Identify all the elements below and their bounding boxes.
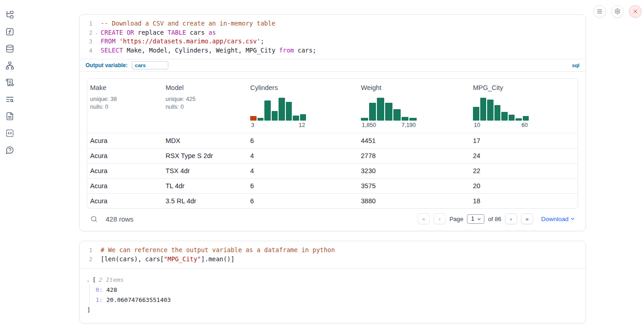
first-page-button[interactable]: « xyxy=(418,213,430,224)
histogram-bar[interactable] xyxy=(264,100,271,121)
table-cell: 3230 xyxy=(358,167,470,174)
output-variable-label: Output variable: xyxy=(86,62,128,69)
collapse-caret-icon[interactable]: ⌄ xyxy=(87,275,92,285)
column-header-mpg_city[interactable]: MPG_City1060 xyxy=(470,79,578,133)
table-cell: 4 xyxy=(247,167,358,174)
network-icon xyxy=(5,61,14,70)
column-histogram: 1060 xyxy=(473,98,529,128)
table-row[interactable]: AcuraMDX6445117 xyxy=(87,133,578,148)
download-button[interactable]: Download xyxy=(541,216,575,222)
column-header-cylinders[interactable]: Cylinders312 xyxy=(247,79,358,133)
close-bracket: ] xyxy=(87,306,578,315)
fold-indicator-icon[interactable]: ⌄ xyxy=(92,28,101,37)
code-token: OR xyxy=(127,29,134,36)
sidebar-button-documentation[interactable] xyxy=(5,78,15,87)
histogram-bar[interactable] xyxy=(494,105,501,121)
histogram-bar[interactable] xyxy=(473,107,479,121)
chevron-down-icon xyxy=(570,217,575,221)
line-number: 3 xyxy=(82,37,92,46)
code-token: cars; xyxy=(294,47,317,54)
sidebar-button-dependency-graph[interactable] xyxy=(5,61,15,70)
column-header-make[interactable]: Makeunique: 38nulls: 0 xyxy=(87,79,163,133)
sql-code-editor[interactable]: 1-- Download a CSV and create an in-memo… xyxy=(80,15,585,59)
sidebar-button-datasources[interactable] xyxy=(5,44,15,53)
histogram-bar[interactable] xyxy=(487,100,494,121)
page-label: Page xyxy=(450,216,463,222)
help-bubble-icon xyxy=(5,146,14,154)
table-row[interactable]: AcuraTSX 4dr4323022 xyxy=(87,163,578,178)
axis-label: 1,850 xyxy=(362,122,376,128)
column-title: Model xyxy=(166,84,245,91)
search-icon[interactable] xyxy=(90,215,98,223)
histogram-bar[interactable] xyxy=(515,118,522,121)
code-token: FROM xyxy=(101,37,116,45)
sidebar-button-logs[interactable] xyxy=(5,95,15,104)
code-token: CREATE xyxy=(101,29,123,36)
histogram-bar[interactable] xyxy=(393,109,401,121)
column-stats: unique: 425nulls: 0 xyxy=(166,95,245,111)
table-row[interactable]: AcuraRSX Type S 2dr4277824 xyxy=(87,148,578,163)
python-code-editor[interactable]: 1# We can reference the output variable … xyxy=(80,241,585,268)
code-line: 2[len(cars), cars["MPG_City"].mean()] xyxy=(80,255,585,264)
table-row[interactable]: Acura3.5 RL 4dr6388018 xyxy=(87,193,578,208)
prev-page-button[interactable]: ‹ xyxy=(434,213,446,224)
notebook-cells: 1-- Download a CSV and create an in-memo… xyxy=(79,14,586,323)
histogram-bar[interactable] xyxy=(509,115,515,121)
histogram-bar[interactable] xyxy=(258,118,264,121)
histogram-bar[interactable] xyxy=(300,114,306,121)
column-header-model[interactable]: Modelunique: 425nulls: 0 xyxy=(163,79,247,133)
histogram-bar[interactable] xyxy=(369,103,376,121)
histogram-bar[interactable] xyxy=(250,116,257,121)
histogram-bar[interactable] xyxy=(279,98,285,121)
page-select[interactable]: 1 xyxy=(467,214,484,224)
menu-button[interactable] xyxy=(593,5,606,18)
histogram-bars xyxy=(250,98,306,121)
table-header: Makeunique: 38nulls: 0Modelunique: 425nu… xyxy=(87,79,578,133)
table-cell: 18 xyxy=(470,197,578,205)
result-list-items: 0: 428 1: 20.060747663551403 xyxy=(89,285,578,306)
histogram-bar[interactable] xyxy=(402,117,409,121)
histogram-bar[interactable] xyxy=(272,111,278,121)
histogram-bar[interactable] xyxy=(523,116,529,121)
line-number: 4 xyxy=(82,46,92,55)
histogram-bar[interactable] xyxy=(501,112,508,121)
next-page-button[interactable]: › xyxy=(505,213,517,224)
code-token: Make, Model, Cylinders, Weight, MPG_City xyxy=(123,47,279,54)
sidebar-button-help[interactable] xyxy=(5,145,15,154)
histogram-bar[interactable] xyxy=(385,103,392,121)
histogram-bar[interactable] xyxy=(361,118,368,121)
table-row[interactable]: AcuraTL 4dr6357520 xyxy=(87,178,578,193)
last-page-button[interactable]: » xyxy=(521,213,533,224)
shutdown-button[interactable] xyxy=(629,5,642,18)
histogram-bar[interactable] xyxy=(293,116,299,121)
histogram-bar[interactable] xyxy=(480,98,487,121)
settings-button[interactable] xyxy=(611,5,624,18)
table-cell: Acura xyxy=(87,152,163,159)
histogram-bar[interactable] xyxy=(286,102,292,121)
output-variable-input[interactable] xyxy=(132,61,168,69)
page-select-value: 1 xyxy=(471,216,474,222)
code-token: from xyxy=(279,47,294,54)
table-cell: 4 xyxy=(247,152,358,159)
histogram-bar[interactable] xyxy=(377,98,384,121)
line-number: 2 xyxy=(82,255,92,264)
column-stats: unique: 38nulls: 0 xyxy=(90,95,160,111)
sidebar-button-functions[interactable] xyxy=(5,27,15,36)
hamburger-icon xyxy=(596,8,603,15)
list-item: 0: 428 xyxy=(96,285,578,296)
code-line: 4SELECT Make, Model, Cylinders, Weight, … xyxy=(80,46,585,55)
sidebar-button-snippets[interactable] xyxy=(5,128,15,137)
result-list-header: ⌄ [ 2 Items xyxy=(87,275,578,285)
sidebar-button-file-explorer[interactable] xyxy=(5,10,15,19)
histogram-bar[interactable] xyxy=(409,118,417,121)
code-token: -- Download a CSV and create an in-memor… xyxy=(101,20,275,27)
histogram-axis-labels: 1,8507,190 xyxy=(361,122,417,128)
line-number: 1 xyxy=(82,246,92,255)
sql-cell: 1-- Download a CSV and create an in-memo… xyxy=(79,14,586,231)
table-body: AcuraMDX6445117AcuraRSX Type S 2dr427782… xyxy=(87,133,578,208)
output-variable-row: Output variable: sql xyxy=(80,59,585,71)
axis-label: 12 xyxy=(299,122,305,128)
column-header-weight[interactable]: Weight1,8507,190 xyxy=(358,79,470,133)
sidebar-button-outline[interactable] xyxy=(5,111,15,121)
item-value: 428 xyxy=(106,286,117,293)
